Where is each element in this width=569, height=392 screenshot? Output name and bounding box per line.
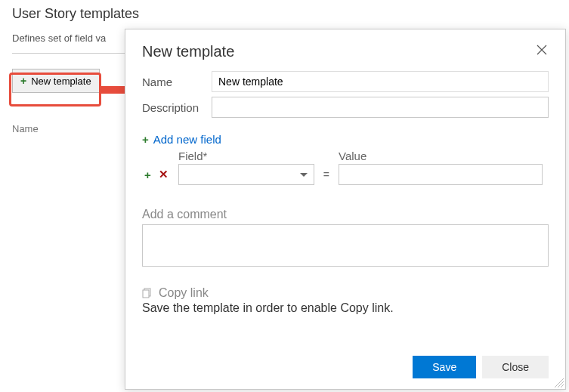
plus-icon: +	[20, 75, 26, 87]
close-dialog-button[interactable]	[535, 43, 549, 60]
resize-handle-icon[interactable]	[555, 378, 564, 387]
field-column-header: Field*	[178, 150, 326, 162]
plus-icon: +	[142, 133, 149, 146]
chevron-down-icon	[300, 173, 308, 177]
dialog-title: New template	[142, 43, 234, 60]
add-new-field-link[interactable]: + Add new field	[142, 133, 221, 146]
copy-link-hint: Save the template in order to enable Cop…	[142, 301, 549, 315]
add-new-field-label: Add new field	[153, 133, 221, 146]
save-button[interactable]: Save	[413, 356, 476, 378]
new-template-button-label: New template	[31, 76, 91, 87]
new-template-button[interactable]: + New template	[12, 69, 100, 93]
name-input[interactable]	[212, 71, 549, 92]
close-button[interactable]: Close	[482, 356, 549, 378]
copy-link-icon	[142, 288, 153, 298]
value-column-header: Value	[339, 150, 366, 162]
add-field-row-button[interactable]: +	[142, 168, 153, 181]
new-template-dialog: New template Name Description + Add new …	[125, 29, 566, 390]
comment-label: Add a comment	[142, 208, 549, 221]
copy-link-label: Copy link	[159, 286, 209, 300]
field-dropdown[interactable]	[178, 164, 314, 185]
close-icon	[537, 45, 547, 55]
description-input[interactable]	[212, 97, 549, 118]
remove-field-row-button[interactable]: ✕	[156, 168, 171, 181]
svg-rect-2	[143, 290, 149, 298]
description-label: Description	[142, 101, 212, 114]
page-title: User Story templates	[12, 6, 557, 22]
name-label: Name	[142, 76, 212, 88]
comment-textarea[interactable]	[142, 224, 549, 267]
equals-sign: =	[323, 168, 329, 181]
field-value-input[interactable]	[339, 164, 543, 185]
